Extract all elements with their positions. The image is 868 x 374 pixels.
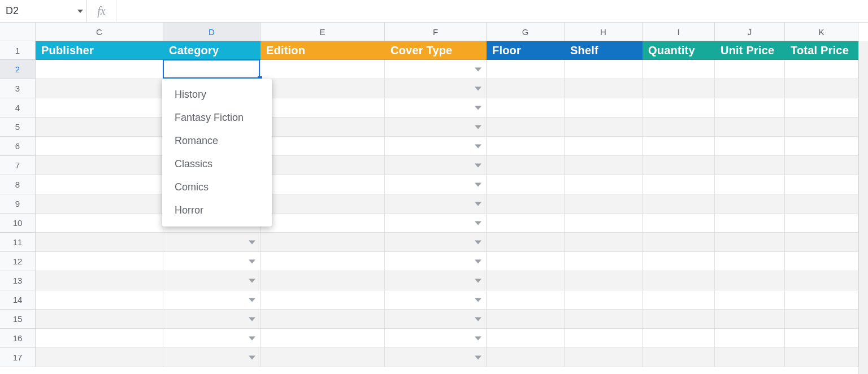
cell-K10[interactable]: [785, 214, 858, 233]
cell-D15[interactable]: [163, 310, 261, 329]
cell-I2[interactable]: [643, 60, 715, 79]
cell-E1[interactable]: Edition: [261, 41, 385, 60]
cell-C13[interactable]: [36, 271, 163, 290]
cell-F10[interactable]: [385, 214, 487, 233]
cell-K16[interactable]: [785, 329, 858, 348]
cell-I9[interactable]: [643, 194, 715, 214]
cell-G5[interactable]: [487, 118, 565, 137]
cell-G2[interactable]: [487, 60, 565, 79]
dropdown-option[interactable]: Comics: [162, 176, 272, 199]
cell-C10[interactable]: [36, 214, 163, 233]
cell-I12[interactable]: [643, 252, 715, 271]
cell-E7[interactable]: [261, 156, 385, 175]
row-header-1[interactable]: 1: [0, 41, 36, 60]
cell-C11[interactable]: [36, 233, 163, 252]
cell-I6[interactable]: [643, 137, 715, 156]
dropdown-arrow-icon[interactable]: [475, 144, 481, 148]
cell-G9[interactable]: [487, 194, 565, 214]
cell-D11[interactable]: [163, 233, 261, 252]
column-header-D[interactable]: D: [163, 23, 261, 41]
cell-J3[interactable]: [715, 79, 785, 98]
dropdown-arrow-icon[interactable]: [249, 279, 255, 282]
dropdown-arrow-icon[interactable]: [249, 355, 255, 359]
cell-H6[interactable]: [565, 137, 643, 156]
cell-E2[interactable]: [261, 60, 385, 79]
dropdown-arrow-icon[interactable]: [249, 336, 255, 340]
cell-J13[interactable]: [715, 271, 785, 290]
cell-H12[interactable]: [565, 252, 643, 271]
cell-J4[interactable]: [715, 98, 785, 118]
cell-I1[interactable]: Quantity: [643, 41, 715, 60]
cell-G13[interactable]: [487, 271, 565, 290]
dropdown-arrow-icon[interactable]: [475, 317, 481, 321]
cell-G4[interactable]: [487, 98, 565, 118]
row-header-4[interactable]: 4: [0, 98, 36, 118]
cell-J11[interactable]: [715, 233, 785, 252]
cell-G17[interactable]: [487, 348, 565, 367]
cell-F14[interactable]: [385, 290, 487, 310]
cell-G16[interactable]: [487, 329, 565, 348]
dropdown-arrow-icon[interactable]: [249, 298, 255, 302]
cell-K12[interactable]: [785, 252, 858, 271]
cell-C6[interactable]: [36, 137, 163, 156]
cell-C17[interactable]: [36, 348, 163, 367]
cell-H5[interactable]: [565, 118, 643, 137]
cell-G6[interactable]: [487, 137, 565, 156]
cell-C14[interactable]: [36, 290, 163, 310]
dropdown-arrow-icon[interactable]: [475, 240, 481, 244]
cell-I10[interactable]: [643, 214, 715, 233]
cell-F16[interactable]: [385, 329, 487, 348]
cell-C7[interactable]: [36, 156, 163, 175]
cell-E17[interactable]: [261, 348, 385, 367]
dropdown-arrow-icon[interactable]: [475, 355, 481, 359]
cell-D13[interactable]: [163, 271, 261, 290]
dropdown-arrow-icon[interactable]: [475, 86, 481, 90]
cell-C2[interactable]: [36, 60, 163, 79]
cell-G7[interactable]: [487, 156, 565, 175]
cell-I3[interactable]: [643, 79, 715, 98]
dropdown-arrow-icon[interactable]: [249, 259, 255, 263]
data-validation-dropdown[interactable]: HistoryFantasy FictionRomanceClassicsCom…: [162, 79, 272, 227]
row-header-12[interactable]: 12: [0, 252, 36, 271]
vertical-scrollbar[interactable]: [858, 41, 868, 374]
column-header-H[interactable]: H: [565, 23, 643, 41]
row-header-9[interactable]: 9: [0, 194, 36, 214]
cell-H17[interactable]: [565, 348, 643, 367]
cell-J16[interactable]: [715, 329, 785, 348]
row-header-6[interactable]: 6: [0, 137, 36, 156]
cell-G15[interactable]: [487, 310, 565, 329]
column-header-J[interactable]: J: [715, 23, 785, 41]
cell-J1[interactable]: Unit Price: [715, 41, 785, 60]
cell-J9[interactable]: [715, 194, 785, 214]
column-header-I[interactable]: I: [643, 23, 715, 41]
cell-H7[interactable]: [565, 156, 643, 175]
name-box[interactable]: D2: [0, 0, 73, 22]
cell-H11[interactable]: [565, 233, 643, 252]
row-header-11[interactable]: 11: [0, 233, 36, 252]
cell-F4[interactable]: [385, 98, 487, 118]
dropdown-arrow-icon[interactable]: [475, 125, 481, 129]
cell-I5[interactable]: [643, 118, 715, 137]
column-header-E[interactable]: E: [261, 23, 385, 41]
cell-J2[interactable]: [715, 60, 785, 79]
dropdown-option[interactable]: Romance: [162, 129, 272, 153]
cell-K14[interactable]: [785, 290, 858, 310]
cell-F3[interactable]: [385, 79, 487, 98]
cell-E5[interactable]: [261, 118, 385, 137]
cell-I7[interactable]: [643, 156, 715, 175]
cell-H13[interactable]: [565, 271, 643, 290]
cell-F13[interactable]: [385, 271, 487, 290]
cell-F15[interactable]: [385, 310, 487, 329]
cell-E10[interactable]: [261, 214, 385, 233]
cell-F2[interactable]: [385, 60, 487, 79]
cell-E9[interactable]: [261, 194, 385, 214]
cell-E13[interactable]: [261, 271, 385, 290]
cell-H10[interactable]: [565, 214, 643, 233]
cell-D12[interactable]: [163, 252, 261, 271]
dropdown-arrow-icon[interactable]: [475, 106, 481, 110]
row-header-2[interactable]: 2: [0, 60, 36, 79]
cell-J8[interactable]: [715, 175, 785, 194]
dropdown-arrow-icon[interactable]: [475, 163, 481, 167]
dropdown-option[interactable]: Fantasy Fiction: [162, 106, 272, 129]
dropdown-arrow-icon[interactable]: [475, 67, 481, 71]
